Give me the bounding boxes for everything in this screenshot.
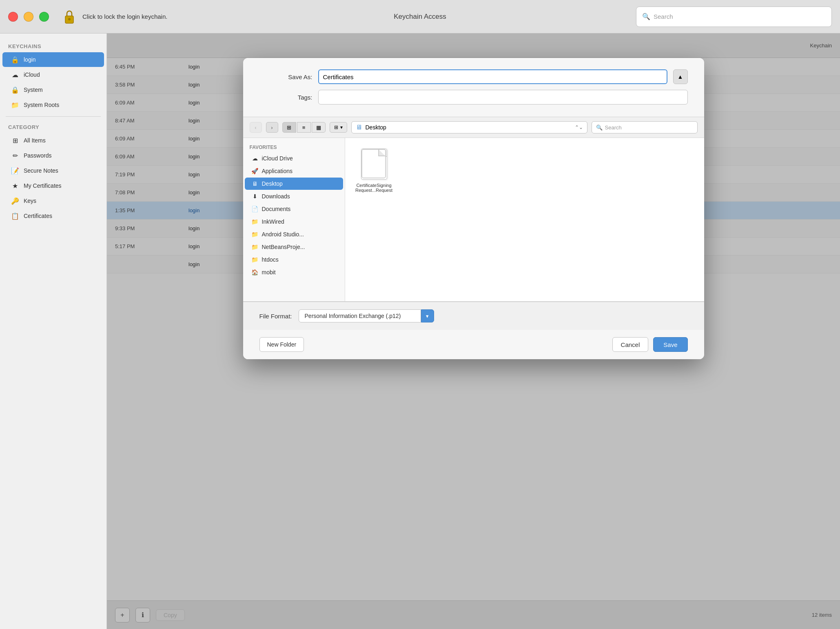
list-view-button[interactable]: ≡ [297,122,311,133]
fav-icloud-drive[interactable]: ☁ iCloud Drive [245,152,343,164]
cancel-button[interactable]: Cancel [612,337,649,352]
new-folder-button[interactable]: New Folder [259,337,304,352]
lock-area: Click to lock the login keychain. [61,7,167,27]
lock-text: Click to lock the login keychain. [82,13,167,20]
sidebar-item-secure-notes[interactable]: 📝 Secure Notes [2,163,104,178]
traffic-lights [8,12,49,22]
fav-label: InkWired [262,218,284,225]
favorites-section-title: Favorites [243,142,345,152]
format-select-arrow[interactable]: ▾ [421,309,434,322]
lock-icon[interactable] [61,7,78,27]
save-as-label: Save As: [259,73,313,80]
mobit-icon: 🏠 [251,269,259,276]
save-as-row: Save As: ▲ [259,69,688,84]
sidebar-divider [6,116,101,117]
fav-label: Desktop [262,180,283,187]
sidebar-item-certificates[interactable]: 📋 Certificates [2,209,104,223]
file-icon [358,148,390,180]
save-button[interactable]: Save [653,337,687,352]
fav-desktop[interactable]: 🖥 Desktop [245,178,343,190]
column-icon: ▦ [316,124,321,131]
sidebar-item-label: System [24,87,43,93]
system-icon: 🔒 [11,85,20,94]
applications-icon: 🚀 [251,167,259,175]
search-placeholder: Search [605,124,622,131]
tags-row: Tags: [259,90,688,104]
sidebar-item-my-certificates[interactable]: ★ My Certificates [2,178,104,193]
passwords-icon: ✏ [11,151,20,160]
expand-icon: ▲ [678,73,683,80]
login-icon: 🔒 [11,55,20,64]
fav-htdocs[interactable]: 📁 htdocs [245,253,343,266]
forward-button[interactable]: › [266,122,278,133]
sidebar-item-passwords[interactable]: ✏ Passwords [2,148,104,163]
close-button[interactable] [8,12,18,22]
search-icon: 🔍 [596,124,603,131]
svg-point-1 [68,18,71,20]
content-area: Keychain 6:45 PM login 3:58 PM login 6:0… [107,33,840,629]
format-select-value[interactable]: Personal Information Exchange (.p12) [299,309,421,322]
back-button[interactable]: ‹ [250,122,262,133]
format-select: Personal Information Exchange (.p12) ▾ [299,309,434,322]
sidebar-item-login[interactable]: 🔒 login [2,52,104,67]
save-as-input[interactable] [318,69,667,84]
sidebar-item-label: All Items [24,137,46,144]
sidebar-item-system-roots[interactable]: 📁 System Roots [2,98,104,112]
fav-applications[interactable]: 🚀 Applications [245,165,343,177]
column-view-button[interactable]: ▦ [312,122,326,133]
browser-main: CertificateSigningRequest...Request [345,138,704,301]
format-bar: File Format: Personal Information Exchan… [243,302,704,330]
sidebar: Keychains 🔒 login ☁ iCloud 🔒 System 📁 Sy… [0,33,107,629]
sidebar-item-label: iCloud [24,71,40,78]
search-placeholder: Search [654,13,673,20]
chevron-left-icon: ‹ [255,124,256,131]
titlebar: Click to lock the login keychain. Keycha… [0,0,840,33]
browser-toolbar: ‹ › ⊞ ≡ ▦ [243,117,704,138]
fav-documents[interactable]: 📄 Documents [245,203,343,215]
fav-netbeans[interactable]: 📁 NetBeansProje... [245,241,343,253]
view-buttons: ⊞ ≡ ▦ [282,122,326,133]
format-label: File Format: [259,313,292,320]
my-certificates-icon: ★ [11,181,20,190]
action-chevron-icon: ▾ [340,124,343,130]
sidebar-item-icloud[interactable]: ☁ iCloud [2,67,104,82]
file-item-certificate[interactable]: CertificateSigningRequest...Request [352,144,397,196]
minimize-button[interactable] [24,12,33,22]
system-roots-icon: 📁 [11,100,20,109]
fav-inkwired[interactable]: 📁 InkWired [245,216,343,228]
grid-view-button[interactable]: ⊞ [282,122,296,133]
fav-android-studio[interactable]: 📁 Android Studio... [245,228,343,240]
sidebar-item-label: login [24,56,36,63]
action-button[interactable]: ⊞ ▾ [330,122,347,133]
fav-label: iCloud Drive [262,155,293,162]
fav-label: Applications [262,168,293,174]
expand-button[interactable]: ▲ [673,69,688,84]
folder-icon: 🖥 [356,124,362,131]
sidebar-item-system[interactable]: 🔒 System [2,82,104,97]
fav-mobit[interactable]: 🏠 mobit [245,266,343,278]
secure-notes-icon: 📝 [11,166,20,175]
tags-input[interactable] [318,90,688,104]
main-search[interactable]: 🔍 Search [636,7,832,27]
sidebar-item-keys[interactable]: 🔑 Keys [2,193,104,208]
keychains-section-title: Keychains [0,40,106,52]
chevron-down-icon: ▾ [426,313,429,319]
icloud-drive-icon: ☁ [251,155,259,162]
all-items-icon: ⊞ [11,136,20,145]
grid-icon: ⊞ [287,124,291,131]
action-icon: ⊞ [334,124,338,130]
icloud-icon: ☁ [11,70,20,79]
documents-icon: 📄 [251,205,259,213]
chevron-right-icon: › [271,124,273,131]
document-icon [361,149,387,180]
location-picker[interactable]: 🖥 Desktop ⌃⌄ [351,121,587,133]
sidebar-item-all-items[interactable]: ⊞ All Items [2,133,104,148]
maximize-button[interactable] [39,12,49,22]
fav-label: Android Studio... [262,231,304,238]
android-studio-icon: 📁 [251,231,259,238]
fav-downloads[interactable]: ⬇ Downloads [245,190,343,202]
search-icon: 🔍 [642,13,650,20]
browser-search[interactable]: 🔍 Search [592,121,698,133]
certificates-icon: 📋 [11,211,20,220]
file-browser: ‹ › ⊞ ≡ ▦ [243,117,704,302]
